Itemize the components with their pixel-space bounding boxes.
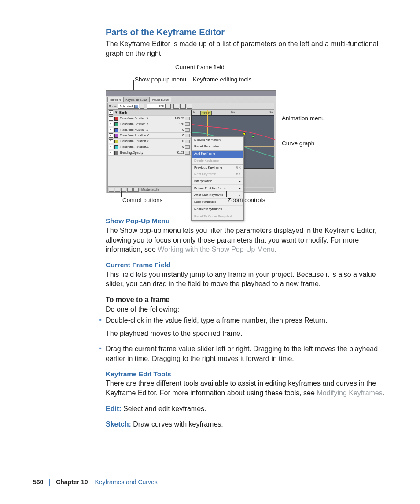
callout-current-frame: Current frame field — [175, 63, 225, 71]
param-name: Transform.Position.X — [120, 116, 169, 120]
menu-item[interactable]: Interpolation — [192, 178, 243, 185]
subheading-show-popup: Show Pop-Up Menu — [106, 217, 392, 226]
param-name: Transform.Position.Z — [120, 128, 169, 132]
param-row[interactable]: Transform.Position.Z0 — [108, 127, 191, 133]
animation-menu[interactable]: Disable AnimationReset ParameterAdd Keyf… — [191, 136, 244, 221]
menu-item[interactable]: Add Keyframe — [192, 151, 243, 157]
leader-line — [226, 191, 227, 197]
keyframe-editor-window: Timeline Keyframe Editor Audio Editor Sh… — [106, 90, 276, 193]
enable-checkbox[interactable] — [109, 139, 113, 143]
color-swatch — [114, 128, 118, 132]
control-buttons: Master audio — [107, 187, 193, 193]
transform-tool[interactable] — [187, 104, 192, 109]
menu-item[interactable]: Before First Keyframe — [192, 185, 243, 192]
intro-paragraph: The Keyframe Editor is made up of a list… — [106, 39, 392, 58]
param-value[interactable]: 0 — [171, 145, 184, 149]
param-value[interactable]: 160 — [171, 122, 184, 126]
color-swatch — [114, 117, 118, 121]
param-value[interactable]: 0 — [171, 139, 184, 143]
current-frame-field[interactable]: 158 — [147, 104, 166, 109]
param-row[interactable]: Transform.Position.X109.65 — [108, 116, 191, 121]
enable-checkbox[interactable] — [109, 116, 113, 121]
color-swatch — [114, 122, 118, 126]
chapter-number: Chapter 10 — [56, 478, 88, 486]
next-kf-button[interactable] — [121, 188, 126, 192]
callout-curve-graph: Curve graph — [282, 140, 314, 147]
animation-menu-button[interactable] — [185, 151, 190, 155]
playhead-badge: 191KD — [200, 111, 212, 115]
root-row[interactable]: ▼ Earth — [108, 110, 191, 116]
menu-item: Next Keyframe⌘K — [192, 171, 243, 178]
term-edit: Edit: Select and edit keyframes. — [106, 404, 392, 414]
menu-item: Delete Keyframe — [192, 158, 243, 164]
subheading-current-frame: Current Frame Field — [106, 261, 392, 270]
sketch-tool[interactable] — [180, 104, 186, 109]
chapter-title: Keyframes and Curves — [95, 478, 157, 486]
list-item: Drag the current frame value slider left… — [99, 344, 392, 363]
animation-menu-button[interactable] — [185, 128, 190, 132]
param-row[interactable]: Transform.Position.Y160 — [108, 121, 191, 127]
show-label: Show: — [109, 104, 117, 108]
fit-button[interactable] — [109, 188, 114, 192]
callout-keyframe-tools: Keyframe editing tools — [193, 76, 252, 84]
tab-keyframe-editor[interactable]: Keyframe Editor — [123, 97, 150, 102]
enable-checkbox[interactable] — [109, 133, 113, 138]
animation-menu-button[interactable] — [185, 145, 190, 149]
link-show-popup[interactable]: Working with the Show Pop-Up Menu — [158, 246, 275, 253]
enable-checkbox[interactable] — [109, 128, 113, 132]
enable-checkbox[interactable] — [109, 122, 113, 126]
section-heading: Parts of the Keyframe Editor — [106, 26, 392, 38]
animation-menu-button[interactable] — [185, 117, 190, 120]
enable-checkbox[interactable] — [109, 151, 113, 155]
frame-next-button[interactable] — [166, 104, 171, 109]
param-value[interactable]: 0 — [171, 128, 184, 132]
param-row[interactable]: Blending.Opacity91.63 — [108, 150, 191, 156]
link-modifying-keyframes[interactable]: Modifying Keyframes — [317, 389, 382, 397]
color-swatch — [114, 145, 118, 149]
enable-checkbox[interactable] — [109, 110, 113, 115]
param-name: Transform.Rotation.X — [120, 133, 169, 137]
callout-control-buttons: Control buttons — [122, 196, 163, 204]
param-row[interactable]: Transform.Rotation.Z0 — [108, 144, 191, 150]
leader-line — [264, 143, 280, 143]
svg-point-0 — [243, 133, 246, 135]
param-value[interactable]: 109.65 — [171, 116, 184, 120]
param-name: Transform.Position.Y — [120, 122, 169, 126]
param-row[interactable]: Transform.Rotation.Y0 — [108, 139, 191, 144]
page-footer: 560 Chapter 10 Keyframes and Curves — [33, 478, 385, 486]
panel-tabs: Timeline Keyframe Editor Audio Editor — [107, 97, 171, 102]
para-current-frame: This field lets you instantly jump to an… — [106, 270, 392, 289]
animation-menu-button[interactable] — [185, 134, 190, 137]
show-popup-menu[interactable]: Animated — [118, 104, 139, 109]
page-number: 560 — [33, 478, 43, 486]
color-swatch — [114, 151, 118, 155]
menu-item[interactable]: Reduce Keyframes… — [192, 206, 243, 213]
snapshot-button[interactable] — [127, 188, 133, 192]
enable-checkbox[interactable] — [109, 145, 113, 149]
edit-tool[interactable] — [173, 104, 179, 109]
frame-prev-button[interactable] — [140, 104, 144, 109]
keyframe-editor-figure: Current frame field Show pop-up menu Key… — [106, 66, 392, 207]
prev-kf-button[interactable] — [115, 188, 120, 192]
menu-item[interactable]: Disable Animation — [192, 137, 243, 143]
param-value[interactable]: 0 — [171, 133, 184, 137]
parameter-list: ▼ Earth Transform.Position.X109.65Transf… — [107, 110, 191, 187]
callout-animation-menu: Animation menu — [282, 114, 325, 122]
tab-audio-editor[interactable]: Audio Editor — [150, 97, 171, 102]
tab-timeline[interactable]: Timeline — [107, 97, 123, 102]
step-list: Double-click in the value field, type a … — [99, 316, 392, 363]
color-swatch — [114, 134, 118, 138]
leader-line — [121, 191, 122, 197]
task-intro: Do one of the following: — [106, 305, 392, 314]
animation-menu-button[interactable] — [185, 140, 190, 143]
param-value[interactable]: 91.63 — [171, 151, 184, 155]
param-row[interactable]: Transform.Rotation.X0 — [108, 133, 191, 139]
term-sketch: Sketch: Draw curves with keyframes. — [106, 419, 392, 429]
clear-button[interactable] — [133, 188, 139, 192]
callout-show-popup: Show pop-up menu — [135, 76, 186, 84]
list-item: Double-click in the value field, type a … — [99, 316, 392, 338]
menu-item[interactable]: Previous Keyframe⌘K — [192, 165, 243, 171]
menu-item[interactable]: Reset Parameter — [192, 143, 243, 150]
animation-menu-button[interactable] — [185, 122, 190, 126]
task-heading: To move to a frame — [106, 295, 392, 305]
